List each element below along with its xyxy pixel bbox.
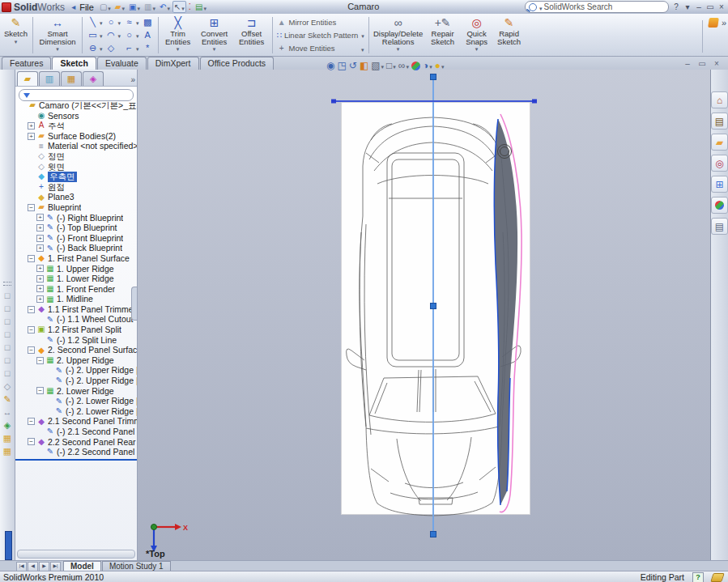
corner-rectangle-dropdown-icon[interactable] (99, 30, 103, 40)
circle-dropdown-icon[interactable] (117, 17, 121, 27)
tree-item[interactable]: −◆1. First Panel Surface (15, 253, 137, 264)
tree-expand-icon[interactable]: + (36, 244, 44, 252)
tag-icon[interactable] (710, 573, 725, 582)
smart-dimension-button[interactable]: ↔ Smart Dimension ▾ (36, 15, 79, 56)
linear-sketch-pattern-button[interactable]: ∷ Linear Sketch Pattern (277, 29, 364, 40)
help-dropdown-button[interactable]: ▾ (683, 2, 692, 13)
slot-dropdown-icon[interactable] (99, 43, 103, 53)
tree-horizontal-scrollbar[interactable] (17, 550, 135, 559)
toolbar-overflow-chevron-icon[interactable]: » (722, 18, 726, 28)
tab-sketch[interactable]: Sketch (52, 57, 96, 70)
view-orientation-button[interactable]: ▧ (371, 60, 384, 71)
view-cube-5-icon[interactable]: □ (5, 342, 11, 352)
toolbar-grip[interactable] (3, 282, 11, 286)
ellipse-tool-button[interactable]: ○ (123, 28, 140, 41)
view-cube-2-icon[interactable]: □ (5, 304, 11, 313)
open-folder-icon[interactable]: ▰ (113, 1, 126, 13)
arc-dropdown-icon[interactable] (117, 30, 121, 40)
tree-expand-icon[interactable]: + (36, 235, 44, 242)
quick-snaps-dropdown-icon[interactable]: ▾ (475, 46, 479, 52)
print-dropdown-icon[interactable] (152, 2, 156, 12)
display-style-button[interactable]: □ (386, 60, 396, 71)
sketch-picture-tool-button[interactable]: ▩ (142, 15, 154, 28)
undo-icon[interactable]: ↶ (158, 1, 172, 13)
tree-expand-icon[interactable]: − (28, 346, 35, 354)
tree-item[interactable]: +▰Surface Bodies(2) (15, 131, 137, 142)
sketch-fillet-tool-button[interactable]: ⌐ (123, 41, 140, 54)
feature-tabs-overflow-chevron[interactable]: » (130, 75, 135, 86)
tree-expand-icon[interactable]: + (36, 265, 44, 272)
tree-item[interactable]: ✎(-) 1.1 Wheel Cutout (15, 314, 137, 325)
rollback-bar[interactable] (15, 459, 137, 461)
print-icon[interactable]: ▥ (143, 1, 157, 13)
convert-entities-button[interactable]: ⊞ Convert Entities ▾ (195, 15, 234, 56)
help-button[interactable]: ? (671, 2, 681, 13)
line-dropdown-icon[interactable] (99, 17, 103, 27)
view-orientation-dropdown-icon[interactable] (381, 61, 385, 70)
sketch-fillet-dropdown-icon[interactable] (135, 43, 139, 53)
tree-expand-icon[interactable]: − (36, 357, 44, 364)
solidworks-resources-home-tab[interactable]: ⌂ (711, 91, 728, 108)
next-sheet-button[interactable]: ▶ (39, 562, 49, 571)
sketch-text-tool-button[interactable]: A (142, 28, 154, 41)
new-document-dropdown-icon[interactable] (107, 2, 111, 12)
tree-expand-icon[interactable]: − (36, 387, 44, 394)
sketch-dropdown-icon[interactable]: ▾ (15, 39, 18, 45)
tree-expand-icon[interactable]: − (28, 418, 35, 425)
tree-expand-icon[interactable]: − (28, 306, 35, 313)
tree-item[interactable]: −▣1.2 First Panel Split (15, 325, 137, 335)
appearances-scenes-tab[interactable] (711, 197, 728, 214)
tree-expand-icon[interactable]: − (28, 204, 35, 211)
move-entities-dropdown-icon[interactable] (360, 44, 364, 53)
view-settings-dropdown-icon[interactable] (441, 61, 445, 70)
tree-item[interactable]: +✎(-) Right Blueprint (15, 213, 137, 223)
circle-tool-button[interactable]: ○ (105, 15, 122, 28)
view-cube-7-icon[interactable]: □ (5, 368, 11, 378)
property-manager-tab[interactable]: ▥ (39, 71, 60, 86)
tree-item[interactable]: +✎(-) Front Blueprint (15, 233, 137, 244)
panel-splitter-handle[interactable] (131, 287, 137, 321)
tree-item[interactable]: +▦1. Lower Ridge (15, 274, 137, 284)
tree-item[interactable]: −◆1.1 First Panel Trimmed (15, 304, 137, 315)
hide-show-items-dropdown-icon[interactable] (405, 61, 409, 70)
trim-entities-button[interactable]: ╳ Trim Entities ▾ (161, 15, 195, 56)
tree-item[interactable]: +▦1. Midline (15, 294, 137, 304)
close-button[interactable]: × (717, 2, 726, 13)
tree-expand-icon[interactable]: + (36, 285, 44, 292)
solidworks-search-tab[interactable]: ◎ (711, 155, 728, 172)
save-dropdown-icon[interactable] (137, 2, 141, 12)
section-view-button[interactable]: ◧ (360, 60, 368, 71)
view-cube-4-icon[interactable]: □ (5, 329, 11, 339)
display-delete-relations-button[interactable]: ∞ Display/Delete Relations ▾ (372, 15, 425, 56)
tree-item[interactable]: ◉Sensors (15, 111, 137, 121)
convert-entities-dropdown-icon[interactable]: ▾ (213, 46, 216, 52)
tree-item[interactable]: +▦1. Upper Ridge (15, 264, 137, 274)
tree-item[interactable]: +✎(-) Top Blueprint (15, 223, 137, 233)
rapid-sketch-button[interactable]: ✎ Rapid Sketch (493, 15, 526, 56)
options-icon[interactable]: ▤ (194, 1, 208, 13)
smart-dimension-tool-icon[interactable]: ↔ (3, 407, 12, 417)
new-document-icon[interactable]: ▢ (98, 1, 113, 13)
tree-item[interactable]: ▰Camaro (기본<<기본>_표시 상태 (15, 100, 137, 111)
tree-item[interactable]: −◆2. Second Panel Surface (15, 345, 137, 355)
view-palette-tab[interactable]: ⊞ (711, 176, 728, 193)
tree-item[interactable]: −▦2. Upper Ridge (15, 355, 137, 366)
tab-office-products[interactable]: Office Products (200, 57, 275, 70)
last-sheet-button[interactable]: ▶| (50, 562, 61, 571)
tree-item[interactable]: ✎(-) 1.2 Split Line (15, 335, 137, 346)
file-menu[interactable]: File (79, 2, 94, 12)
tree-item[interactable]: ✎(-) 2.2 Second Panel Rear L (15, 447, 137, 457)
edit-appearance-button[interactable] (411, 62, 420, 70)
search-dropdown-icon[interactable] (539, 2, 543, 12)
tree-expand-icon[interactable]: + (36, 275, 44, 283)
spline-dropdown-icon[interactable] (135, 17, 139, 27)
configuration-manager-tab[interactable]: ▦ (61, 71, 82, 86)
spline-tool-button[interactable]: ≈ (123, 15, 140, 28)
graphics-viewport[interactable]: X *Top (138, 70, 710, 560)
tree-item[interactable]: +원점 (15, 182, 137, 193)
tree-item[interactable]: +▦1. Front Fender (15, 284, 137, 295)
featuremanager-design-tree-tab[interactable]: ▰ (17, 71, 38, 86)
pane-splitter-bar[interactable] (5, 531, 12, 560)
sketch-button[interactable]: ✎ Sketch ▾ (2, 15, 30, 56)
tree-item[interactable]: ✎(-) 2. Lower Ridge | R (15, 406, 137, 417)
